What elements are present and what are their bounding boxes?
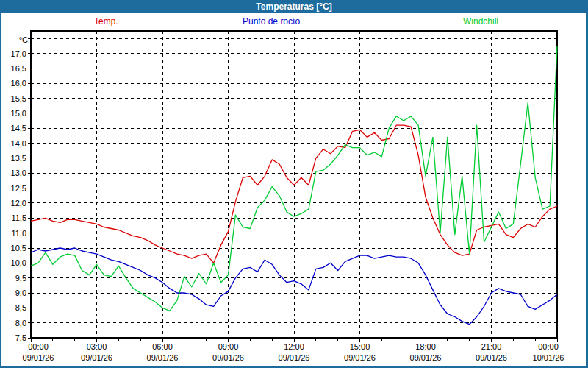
- svg-text:06:00: 06:00: [152, 342, 173, 351]
- svg-text:12,5: 12,5: [11, 184, 26, 193]
- x-grid: [97, 31, 492, 338]
- svg-text:14,0: 14,0: [11, 139, 26, 148]
- svg-text:09/01/26: 09/01/26: [212, 353, 244, 362]
- svg-text:10/01/26: 10/01/26: [533, 353, 564, 362]
- svg-text:11,5: 11,5: [11, 213, 26, 222]
- svg-text:00:00: 00:00: [538, 342, 559, 351]
- svg-text:9,0: 9,0: [15, 289, 26, 297]
- svg-text:10,5: 10,5: [11, 244, 26, 252]
- svg-text:03:00: 03:00: [87, 342, 107, 351]
- svg-text:21:00: 21:00: [481, 342, 502, 351]
- svg-text:09:00: 09:00: [218, 342, 239, 351]
- svg-text:12,0: 12,0: [11, 199, 26, 208]
- svg-text:09/01/26: 09/01/26: [81, 353, 112, 362]
- window-title: Temperaturas [°C]: [0, 0, 588, 13]
- svg-text:13,5: 13,5: [11, 154, 26, 163]
- svg-text:13,0: 13,0: [11, 169, 26, 177]
- svg-text:15:00: 15:00: [350, 342, 370, 351]
- svg-text:09/01/26: 09/01/26: [344, 353, 376, 362]
- svg-text:9,5: 9,5: [15, 274, 26, 283]
- svg-text:7,5: 7,5: [15, 333, 26, 342]
- svg-text:11,0: 11,0: [11, 229, 26, 238]
- svg-text:8,0: 8,0: [15, 319, 26, 328]
- svg-text:15,0: 15,0: [11, 109, 26, 118]
- svg-text:8,5: 8,5: [15, 303, 26, 312]
- svg-text:16,0: 16,0: [11, 79, 26, 88]
- svg-text:17,0: 17,0: [11, 49, 26, 58]
- svg-text:09/01/26: 09/01/26: [476, 353, 507, 362]
- svg-text:09/01/26: 09/01/26: [410, 353, 442, 362]
- svg-text:15,5: 15,5: [11, 94, 26, 103]
- svg-text:09/01/26: 09/01/26: [23, 353, 54, 362]
- svg-text:12:00: 12:00: [284, 342, 304, 351]
- svg-text:09/01/26: 09/01/26: [147, 353, 179, 362]
- svg-text:16,5: 16,5: [11, 64, 26, 73]
- legend-temp: Temp.: [94, 16, 118, 26]
- svg-text:09/01/26: 09/01/26: [279, 353, 310, 362]
- svg-text:14,5: 14,5: [11, 124, 26, 132]
- svg-text:18:00: 18:00: [415, 342, 436, 351]
- chart-window: Temperaturas [°C] Temp. Punto de rocío W…: [0, 0, 588, 368]
- y-grid-and-labels: 7,58,08,59,09,510,010,511,011,512,012,51…: [11, 35, 557, 342]
- temperature-chart-canvas: 7,58,08,59,09,510,010,511,011,512,012,51…: [0, 0, 588, 368]
- x-axis-labels: 00:0009/01/2603:0009/01/2606:0009/01/260…: [23, 342, 564, 362]
- x-axis-ticks: [31, 338, 557, 342]
- svg-text:00:00: 00:00: [28, 342, 49, 351]
- svg-text:10,0: 10,0: [11, 258, 26, 267]
- legend-dew-point: Punto de rocío: [243, 16, 300, 26]
- legend-windchill: Windchill: [463, 16, 498, 26]
- y-axis-unit: °C: [19, 35, 28, 44]
